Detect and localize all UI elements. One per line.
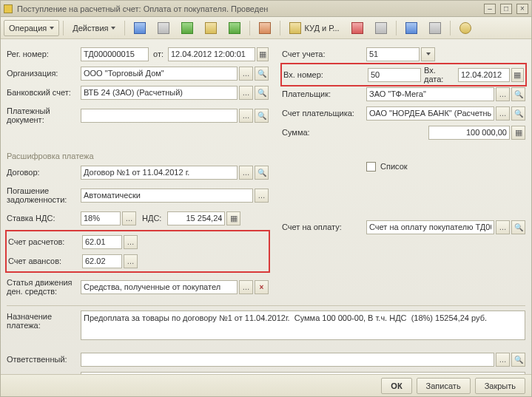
pay-doc-label: Платежный документ: bbox=[7, 106, 81, 124]
invoice-label: Счет на оплату: bbox=[282, 223, 366, 231]
divider bbox=[7, 305, 525, 306]
reg-number-input[interactable] bbox=[81, 47, 149, 61]
org-input[interactable] bbox=[81, 67, 238, 81]
toolbar-button[interactable] bbox=[346, 20, 368, 36]
advance-acct-input[interactable] bbox=[82, 254, 122, 268]
form-icon bbox=[134, 22, 146, 34]
save-button[interactable]: Записать bbox=[417, 378, 471, 394]
open-button[interactable] bbox=[511, 220, 525, 234]
in-num-label: Вх. номер: bbox=[283, 70, 368, 79]
select-button[interactable] bbox=[124, 254, 138, 268]
select-button[interactable] bbox=[122, 211, 136, 225]
kudir-label: КУД и Р... bbox=[304, 24, 339, 33]
calculator-button[interactable] bbox=[511, 126, 525, 140]
separator bbox=[249, 21, 250, 35]
purpose-textarea[interactable] bbox=[81, 311, 525, 340]
responsible-input[interactable] bbox=[81, 353, 494, 367]
column-left: Рег. номер: от: Организация: bbox=[7, 45, 269, 143]
doc-icon bbox=[4, 4, 13, 13]
book-icon bbox=[289, 22, 301, 34]
contract-label: Договор: bbox=[7, 168, 81, 177]
help-button[interactable] bbox=[454, 20, 477, 36]
select-button[interactable] bbox=[255, 189, 269, 203]
payer-input[interactable] bbox=[366, 87, 494, 101]
calculator-button[interactable] bbox=[226, 211, 240, 225]
open-button[interactable] bbox=[255, 166, 269, 180]
report-icon bbox=[205, 22, 217, 34]
form-body: Рег. номер: от: Организация: bbox=[1, 39, 531, 374]
vat-label: НДС: bbox=[142, 214, 161, 223]
select-button[interactable] bbox=[496, 353, 510, 367]
bank-acct-input[interactable] bbox=[81, 86, 238, 100]
clear-button[interactable] bbox=[255, 280, 269, 294]
toolbar-button[interactable] bbox=[152, 20, 175, 36]
columns-top: Рег. номер: от: Организация: bbox=[7, 45, 525, 143]
operation-dropdown[interactable]: Операция bbox=[4, 20, 59, 36]
contract-input[interactable] bbox=[81, 166, 238, 180]
column-left-mid: Расшифровка платежа Договор: Погашение з… bbox=[7, 143, 269, 301]
repay-input[interactable] bbox=[81, 189, 253, 203]
calendar-button[interactable] bbox=[257, 47, 269, 61]
pay-doc-input[interactable] bbox=[81, 109, 238, 123]
actions-dropdown[interactable]: Действия bbox=[67, 20, 121, 36]
acct-label: Счет учета: bbox=[282, 50, 366, 58]
purpose-label: Назначение платежа: bbox=[7, 311, 81, 330]
columns-mid: Расшифровка платежа Договор: Погашение з… bbox=[7, 143, 525, 301]
maximize-button[interactable]: □ bbox=[500, 4, 512, 14]
toolbar-button[interactable] bbox=[200, 20, 222, 36]
settle-acct-input[interactable] bbox=[82, 235, 122, 249]
window-controls: – □ × bbox=[484, 4, 528, 14]
select-button[interactable] bbox=[124, 235, 138, 249]
sum-input[interactable] bbox=[428, 126, 510, 140]
open-button[interactable] bbox=[511, 87, 525, 101]
acct-input[interactable] bbox=[366, 47, 420, 61]
invoice-input[interactable] bbox=[366, 220, 494, 234]
select-button[interactable] bbox=[496, 106, 510, 121]
post-icon bbox=[181, 22, 193, 34]
operation-label: Операция bbox=[9, 24, 47, 33]
check-icon bbox=[229, 22, 240, 34]
toolbar-button[interactable] bbox=[424, 20, 446, 36]
open-button[interactable] bbox=[511, 106, 525, 121]
select-button[interactable] bbox=[239, 166, 253, 180]
in-num-input[interactable] bbox=[368, 68, 421, 82]
cash-flow-input[interactable] bbox=[81, 280, 238, 294]
payer-acct-label: Счет плательщика: bbox=[282, 109, 366, 118]
toolbar-button[interactable] bbox=[400, 20, 422, 36]
calendar-button[interactable] bbox=[511, 68, 524, 82]
dropdown-button[interactable] bbox=[421, 47, 435, 61]
list-icon bbox=[429, 22, 441, 34]
open-button[interactable] bbox=[255, 86, 269, 100]
close-window-button[interactable]: × bbox=[516, 4, 528, 14]
separator bbox=[396, 21, 397, 35]
vat-rate-input[interactable] bbox=[81, 211, 121, 225]
toolbar-button[interactable] bbox=[254, 20, 276, 36]
select-button[interactable] bbox=[239, 280, 253, 294]
select-button[interactable] bbox=[239, 67, 253, 81]
select-button[interactable] bbox=[239, 109, 253, 123]
open-button[interactable] bbox=[255, 109, 269, 123]
toolbar-button[interactable] bbox=[176, 20, 198, 36]
toolbar-button[interactable] bbox=[370, 20, 392, 36]
toolbar-button[interactable] bbox=[129, 20, 151, 36]
open-button[interactable] bbox=[255, 67, 269, 81]
select-button[interactable] bbox=[239, 86, 253, 100]
payer-acct-input[interactable] bbox=[366, 106, 494, 121]
reg-date-input[interactable] bbox=[168, 47, 255, 61]
toolbar-button[interactable] bbox=[223, 20, 246, 36]
minimize-button[interactable]: – bbox=[484, 4, 496, 14]
kudir-button[interactable]: КУД и Р... bbox=[284, 20, 344, 36]
list-checkbox[interactable] bbox=[366, 162, 376, 172]
accounts-highlight: Счет расчетов: Счет авансов: bbox=[5, 230, 270, 273]
settle-acct-label: Счет расчетов: bbox=[8, 237, 82, 246]
ok-button[interactable]: ОК bbox=[381, 378, 411, 394]
vat-amount-input[interactable] bbox=[167, 211, 225, 225]
open-button[interactable] bbox=[511, 353, 525, 367]
repay-label: Погашение задолженности: bbox=[7, 186, 81, 204]
select-button[interactable] bbox=[496, 220, 510, 234]
select-button[interactable] bbox=[496, 87, 510, 101]
close-button[interactable]: Закрыть bbox=[475, 378, 525, 394]
payment-details-section: Расшифровка платежа bbox=[7, 149, 269, 160]
bank-acct-label: Банковский счет: bbox=[7, 88, 81, 97]
in-date-input[interactable] bbox=[458, 68, 510, 82]
